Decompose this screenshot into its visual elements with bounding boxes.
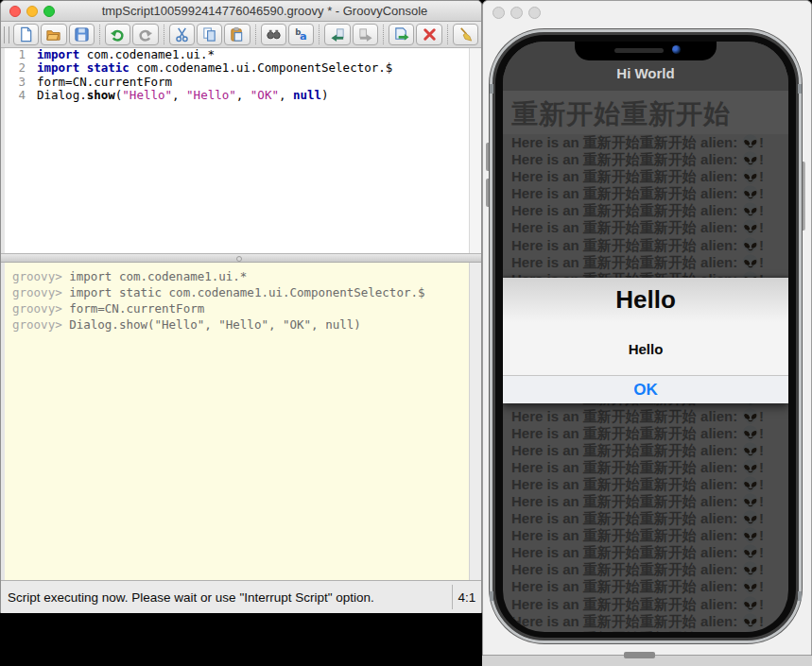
undo-button[interactable]: [105, 24, 130, 45]
toolbar-separator: [383, 25, 384, 44]
list-item: Here is an 重新开始重新开始 alien: 👽!: [511, 510, 788, 527]
output-scrollbar[interactable]: [469, 263, 481, 580]
clear-output-button[interactable]: [453, 24, 478, 45]
pane-splitter[interactable]: [1, 253, 481, 263]
ok-button[interactable]: OK: [596, 381, 696, 400]
simulator-titlebar[interactable]: [483, 1, 811, 26]
toolbar-separator: [319, 25, 320, 44]
editor-scrollbar[interactable]: [469, 48, 481, 253]
redo-button[interactable]: [132, 24, 158, 45]
alien-emoji: 👽: [741, 459, 759, 475]
status-message: Script executing now. Please wait or use…: [8, 581, 374, 614]
zoom-button[interactable]: [528, 7, 541, 19]
status-bar: Script executing now. Please wait or use…: [1, 580, 481, 613]
list-item: Here is an 重新开始重新开始 alien: 👽!: [511, 442, 788, 459]
code-editor[interactable]: 1import com.codename1.ui.*2import static…: [5, 48, 471, 253]
close-button[interactable]: [9, 6, 21, 17]
new-file-button[interactable]: [13, 24, 39, 45]
output-line: groovy> form=CN.currentForm: [12, 300, 471, 316]
app-title: Hi World: [503, 62, 788, 85]
antenna-line: [490, 84, 493, 94]
redo-icon: [137, 26, 153, 43]
dialog-title-band: Hello: [503, 278, 788, 322]
paste-icon: [229, 26, 245, 43]
list-item: Here is an 重新开始重新开始 alien: 👽!: [511, 134, 788, 151]
toolbar-separator: [164, 25, 164, 44]
replace-button[interactable]: b a: [288, 24, 314, 45]
find-button[interactable]: [261, 24, 286, 45]
list-item: Here is an 重新开始重新开始 alien: 👽!: [511, 493, 788, 510]
list-item: Here is an 重新开始重新开始 alien: 👽!: [511, 630, 788, 632]
groovy-prompt: groovy>: [12, 269, 69, 283]
hello-dialog: Hello Hello OK: [503, 278, 788, 403]
execute-script-button[interactable]: [389, 24, 414, 45]
alien-emoji: 👽: [741, 202, 759, 218]
list-item: Here is an 重新开始重新开始 alien: 👽!: [511, 408, 788, 425]
copy-icon: [201, 26, 217, 43]
cut-button[interactable]: [169, 24, 195, 45]
save-file-icon: [74, 26, 90, 43]
history-previous-button[interactable]: [324, 24, 350, 45]
dialog-body-text: Hello: [629, 341, 664, 357]
antenna-line: [490, 591, 493, 601]
dialog-button-strip: OK: [503, 376, 788, 403]
zoom-button[interactable]: [43, 6, 55, 17]
output-console: groovy> import com.codename1.ui.*groovy>…: [5, 263, 471, 580]
code-line: 3form=CN.currentForm: [5, 76, 471, 89]
alien-emoji: 👽: [741, 510, 759, 526]
window-title: tmpScript1005992414776046590.groovy * - …: [58, 1, 472, 22]
groovy-prompt: groovy>: [12, 317, 69, 332]
titlebar[interactable]: tmpScript1005992414776046590.groovy * - …: [1, 1, 481, 22]
notch: [575, 42, 717, 60]
groovy-console-window: tmpScript1005992414776046590.groovy * - …: [0, 0, 482, 613]
output-line: groovy> Dialog.show("Hello", "Hello", "O…: [12, 316, 471, 333]
code-line: 4Dialog.show("Hello", "Hello", "OK", nul…: [5, 89, 471, 102]
list-item: Here is an 重新开始重新开始 alien: 👽!: [511, 237, 788, 254]
list-item: Here is an 重新开始重新开始 alien: 👽!: [511, 219, 788, 236]
toolbar-separator: [447, 25, 448, 44]
clear-output-icon: [458, 26, 474, 43]
toolbar-separator: [255, 25, 256, 44]
paste-button[interactable]: [224, 24, 250, 45]
phone-frame: Hi World 重新开始重新开始 Here is an 重新开始重新开始 al…: [490, 29, 802, 643]
splitter-grip-icon: [236, 256, 242, 262]
list-item: Here is an 重新开始重新开始 alien: 👽!: [511, 544, 788, 561]
alien-emoji: 👽: [741, 134, 759, 150]
cut-icon: [174, 26, 190, 43]
output-line: groovy> import static com.codename1.ui.C…: [12, 284, 471, 300]
window-grip-tab[interactable]: [624, 652, 655, 658]
alien-emoji: 👽: [741, 442, 759, 458]
toolbar-grip[interactable]: [4, 26, 9, 43]
minimize-button[interactable]: [510, 7, 523, 19]
history-next-button[interactable]: [353, 24, 378, 45]
alien-emoji: 👽: [741, 578, 759, 594]
minimize-button[interactable]: [26, 6, 38, 17]
groovy-prompt: groovy>: [12, 285, 69, 299]
save-file-button[interactable]: [69, 24, 95, 45]
output-line: groovy> import com.codename1.ui.*: [12, 268, 471, 284]
close-button[interactable]: [492, 7, 505, 19]
svg-text:a: a: [300, 29, 307, 43]
antenna-line: [798, 591, 802, 601]
alien-emoji: 👽: [741, 527, 759, 543]
execute-script-icon: [393, 26, 409, 43]
alien-emoji: 👽: [741, 425, 759, 441]
antenna-line: [798, 84, 802, 94]
groovy-prompt: groovy>: [12, 301, 69, 316]
list-item: Here is an 重新开始重新开始 alien: 👽!: [511, 578, 788, 595]
list-item: Here is an 重新开始重新开始 alien: 👽!: [511, 151, 788, 168]
toolbar: b a: [1, 22, 481, 48]
open-file-button[interactable]: [41, 24, 66, 45]
list-item: Here is an 重新开始重新开始 alien: 👽!: [511, 185, 788, 202]
list-item: Here is an 重新开始重新开始 alien: 👽!: [511, 596, 788, 613]
code-line: 2import static com.codename1.ui.Componen…: [5, 61, 471, 75]
alien-emoji: 👽: [741, 254, 759, 270]
list-item: Here is an 重新开始重新开始 alien: 👽!: [511, 254, 788, 271]
line-number: 3: [5, 76, 29, 89]
screen-heading: 重新开始重新开始: [511, 96, 731, 132]
phone-screen: Hi World 重新开始重新开始 Here is an 重新开始重新开始 al…: [503, 42, 788, 632]
interrupt-script-button[interactable]: [416, 24, 441, 45]
copy-button[interactable]: [197, 24, 222, 45]
line-number: 1: [5, 48, 29, 61]
caret-position: 4:1: [452, 585, 481, 609]
